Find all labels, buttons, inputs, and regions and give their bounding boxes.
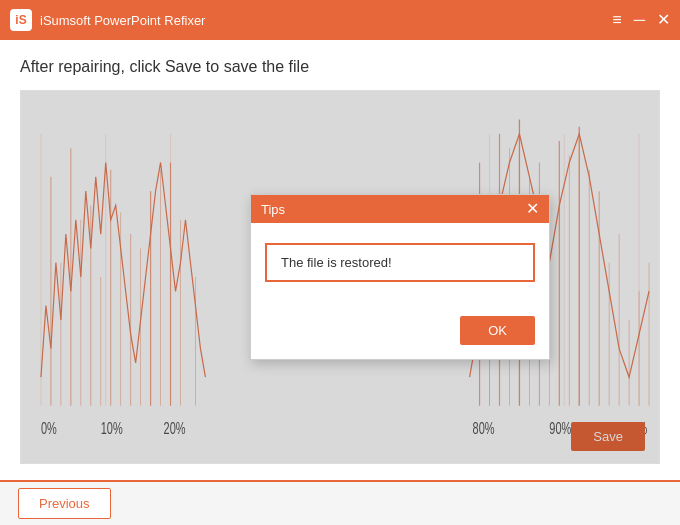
dialog-body: The file is restored!	[251, 223, 549, 316]
dialog-close-icon[interactable]: ✕	[526, 201, 539, 217]
chart-container: 0% 10% 20% 80% 90% 100% Save Tips ✕ The …	[20, 90, 660, 464]
app-icon: iS	[10, 9, 32, 31]
app-title: iSumsoft PowerPoint Refixer	[40, 13, 205, 28]
minimize-icon[interactable]: ─	[634, 12, 645, 28]
menu-icon[interactable]: ≡	[612, 12, 621, 28]
previous-button[interactable]: Previous	[18, 488, 111, 519]
dialog-overlay: Tips ✕ The file is restored! OK	[21, 91, 659, 463]
dialog-title-bar: Tips ✕	[251, 195, 549, 223]
dialog-message-box: The file is restored!	[265, 243, 535, 282]
title-bar-left: iS iSumsoft PowerPoint Refixer	[10, 9, 205, 31]
dialog-footer: OK	[251, 316, 549, 359]
dialog-title: Tips	[261, 202, 285, 217]
close-icon[interactable]: ✕	[657, 12, 670, 28]
ok-button[interactable]: OK	[460, 316, 535, 345]
page-instruction: After repairing, click Save to save the …	[20, 58, 660, 76]
tips-dialog: Tips ✕ The file is restored! OK	[250, 194, 550, 360]
main-content: After repairing, click Save to save the …	[0, 40, 680, 480]
window-controls: ≡ ─ ✕	[612, 12, 670, 28]
dialog-message: The file is restored!	[281, 255, 392, 270]
title-bar: iS iSumsoft PowerPoint Refixer ≡ ─ ✕	[0, 0, 680, 40]
footer-bar: Previous	[0, 480, 680, 525]
